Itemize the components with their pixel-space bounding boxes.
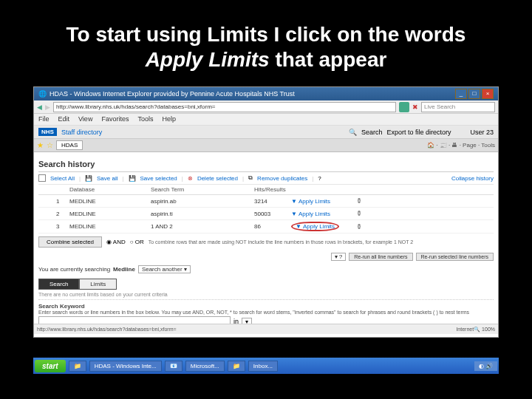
row-term: aspirin.ab xyxy=(151,198,254,205)
tools-menu[interactable]: Tools xyxy=(481,142,495,149)
print-icon[interactable]: 🖶 xyxy=(451,142,457,149)
start-button[interactable]: start xyxy=(35,360,66,372)
rerun-all-button[interactable]: Re-run all line numbers xyxy=(349,253,412,261)
rerun-dropdown[interactable]: ▾ ? xyxy=(331,253,347,261)
search-icon: 🔍 xyxy=(349,129,357,136)
refresh-button[interactable] xyxy=(399,102,409,112)
maximize-button[interactable]: □ xyxy=(468,89,480,99)
page-tools: 🏠 · 📰 · 🖶 · Page · Tools xyxy=(427,142,495,149)
system-tray[interactable]: ◐ 🔊 xyxy=(474,361,497,371)
export-link[interactable]: Export to file directory xyxy=(386,129,451,136)
table-row: 1 MEDLINE aspirin.ab 3214 ▼Apply Limits … xyxy=(38,195,494,208)
delete-row-button[interactable]: × xyxy=(358,198,361,203)
tab-bar: ★ ☆ HDAS 🏠 · 📰 · 🖶 · Page · Tools xyxy=(34,139,498,152)
taskbar-item[interactable]: 📁 xyxy=(228,361,245,372)
status-url: http://www.library.nhs.uk/hdas/search?da… xyxy=(37,327,456,332)
nhs-toolbar: NHS Staff directory 🔍 Search Export to f… xyxy=(34,126,498,139)
combine-row: Combine selected ◉ AND ○ OR To combine r… xyxy=(38,233,494,250)
browser-search-input[interactable]: Live Search xyxy=(421,102,495,112)
col-term: Search Term xyxy=(151,186,254,193)
row-db: MEDLINE xyxy=(69,198,151,205)
delete-icon: ⊗ xyxy=(188,175,193,182)
row-db: MEDLINE xyxy=(69,211,151,217)
delete-selected-link[interactable]: Delete selected xyxy=(197,175,238,182)
row-hits: 3214 xyxy=(254,198,291,205)
forward-button[interactable]: ▶ xyxy=(45,103,50,111)
zoom-level[interactable]: 🔍 100% xyxy=(474,327,495,332)
save-icon: 💾 xyxy=(85,175,92,182)
apply-limits-link[interactable]: ▼Apply Limits xyxy=(291,198,330,205)
in-label: in xyxy=(233,318,239,324)
remove-duplicates-link[interactable]: Remove duplicates xyxy=(257,175,307,182)
tab-search[interactable]: Search xyxy=(38,279,79,290)
field-dropdown[interactable]: ▾ xyxy=(242,318,252,324)
menu-edit[interactable]: Edit xyxy=(58,115,70,123)
menu-tools[interactable]: Tools xyxy=(137,115,153,123)
taskbar-item[interactable]: 📁 xyxy=(69,361,86,372)
currently-searching-label: You are currently searching xyxy=(38,266,110,273)
window-titlebar: 🌐 HDAS - Windows Internet Explorer provi… xyxy=(34,87,498,100)
row-num: 2 xyxy=(56,211,69,217)
apply-limits-link[interactable]: ▼Apply Limits xyxy=(291,211,330,217)
search-another-dropdown[interactable]: Search another ▾ xyxy=(138,265,191,273)
row-hits: 86 xyxy=(254,223,291,230)
title-emphasis: Apply Limits xyxy=(146,48,270,71)
history-actions: Select All | 💾 Save all | 💾 Save selecte… xyxy=(38,172,494,185)
menu-view[interactable]: View xyxy=(78,115,92,123)
tab-limits[interactable]: Limits xyxy=(79,279,117,290)
help-icon[interactable]: ? xyxy=(318,175,321,182)
col-hits: Hits/Results xyxy=(254,186,291,193)
row-num: 3 xyxy=(56,223,69,230)
stop-icon[interactable]: ✖ xyxy=(412,103,418,111)
taskbar-item[interactable]: Inbox... xyxy=(248,361,278,372)
save-selected-link[interactable]: Save selected xyxy=(140,175,177,182)
or-radio[interactable]: ○ OR xyxy=(130,239,144,245)
select-all-link[interactable]: Select All xyxy=(50,175,75,182)
browser-window: 🌐 HDAS - Windows Internet Explorer provi… xyxy=(33,86,499,338)
tab-hdas[interactable]: HDAS xyxy=(56,140,83,150)
table-row: 2 MEDLINE aspirin.ti 50003 ▼Apply Limits… xyxy=(38,208,494,220)
home-icon[interactable]: 🏠 xyxy=(427,142,434,149)
save-icon2: 💾 xyxy=(129,175,136,182)
current-db: Medline xyxy=(113,266,135,273)
taskbar-item[interactable]: HDAS - Windows Inte... xyxy=(89,361,162,372)
history-table-header: Database Search Term Hits/Results xyxy=(38,185,494,195)
delete-row-button[interactable]: × xyxy=(358,211,361,216)
combine-hint: To combine rows that are made using NOT … xyxy=(149,239,413,245)
minimize-button[interactable]: _ xyxy=(455,89,467,99)
add-favorite-icon[interactable]: ☆ xyxy=(47,141,53,149)
keyword-row: in ▾ xyxy=(38,316,494,324)
apply-limits-link-highlighted[interactable]: ▼Apply Limits xyxy=(291,222,339,231)
select-all-checkbox[interactable] xyxy=(38,174,46,182)
url-input[interactable]: http://www.library.nhs.uk/hdas/search?da… xyxy=(53,102,396,112)
toolbar-search-label[interactable]: Search xyxy=(361,129,383,136)
taskbar-item[interactable]: Microsoft... xyxy=(185,361,225,372)
keyword-input[interactable] xyxy=(38,316,231,324)
dedup-icon: ⧉ xyxy=(248,174,253,182)
menu-file[interactable]: File xyxy=(38,115,50,123)
rerun-selected-button[interactable]: Re-run selected line numbers xyxy=(416,253,494,261)
search-history-heading: Search history xyxy=(38,157,494,172)
favorites-icon[interactable]: ★ xyxy=(37,141,44,149)
nhs-logo: NHS xyxy=(38,128,57,136)
internet-zone: Internet xyxy=(456,327,474,332)
col-database: Database xyxy=(69,186,151,193)
menu-favorites[interactable]: Favorites xyxy=(101,115,129,123)
current-search-row: You are currently searching Medline Sear… xyxy=(38,263,494,276)
staff-directory-link[interactable]: Staff directory xyxy=(61,129,102,136)
menu-bar: File Edit View Favorites Tools Help xyxy=(34,114,498,126)
limits-tip: There are no current limits based on you… xyxy=(38,290,494,300)
back-button[interactable]: ◀ xyxy=(37,103,42,111)
close-button[interactable]: × xyxy=(482,89,494,99)
combine-selected-button[interactable]: Combine selected xyxy=(38,236,102,248)
delete-row-button[interactable]: × xyxy=(358,224,361,229)
feed-icon[interactable]: 📰 xyxy=(440,142,447,149)
collapse-history-link[interactable]: Collapse history xyxy=(451,175,494,182)
user-label: User 23 xyxy=(470,129,494,136)
row-hits: 50003 xyxy=(254,211,291,217)
page-menu[interactable]: Page xyxy=(463,142,477,149)
save-all-link[interactable]: Save all xyxy=(97,175,117,182)
and-radio[interactable]: ◉ AND xyxy=(106,239,126,245)
taskbar-item[interactable]: 📧 xyxy=(165,361,183,372)
menu-help[interactable]: Help xyxy=(162,115,176,123)
